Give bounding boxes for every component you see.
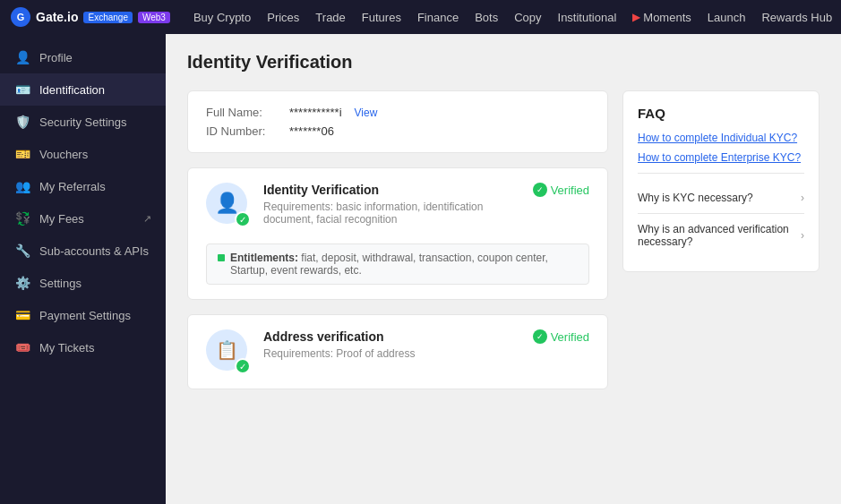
nav-copy[interactable]: Copy [514, 11, 541, 24]
sidebar-item-label: Identification [39, 83, 105, 97]
view-link[interactable]: View [355, 107, 378, 119]
logo-text: Gate.io [36, 10, 78, 24]
verified-check-icon: ✓ [533, 183, 547, 197]
identity-title: Identity Verification [263, 183, 520, 197]
right-panel: FAQ How to complete Individual KYC? How … [622, 90, 820, 272]
sidebar-item-label: My Tickets [39, 341, 94, 355]
sidebar-item-settings[interactable]: ⚙️ Settings [0, 267, 166, 299]
sidebar-item-label: Security Settings [39, 115, 127, 129]
sidebar-item-vouchers[interactable]: 🎫 Vouchers [0, 138, 166, 170]
settings-icon: ⚙️ [14, 275, 30, 291]
faq-accordion-kyc-necessary[interactable]: Why is KYC necessary? › [638, 183, 804, 214]
tickets-icon: 🎟️ [14, 339, 30, 355]
address-requirements: Requirements: Proof of address [263, 347, 520, 360]
sidebar-item-label: Sub-accounts & APIs [39, 244, 149, 258]
address-verification-card: 📋 ✓ Address verification Requirements: P… [187, 314, 608, 389]
identification-icon: 🪪 [14, 81, 30, 98]
faq-kyc-label: Why is KYC necessary? [638, 192, 753, 204]
sidebar-item-identification[interactable]: 🪪 Identification [0, 73, 166, 106]
profile-icon: 👤 [14, 49, 30, 65]
identity-verified-label: Verified [551, 184, 589, 197]
identity-verified-badge: ✓ Verified [533, 183, 589, 197]
address-avatar: 📋 ✓ [206, 329, 251, 374]
nav-buy-crypto[interactable]: Buy Crypto [193, 11, 251, 24]
id-number-row: ID Number: *******06 [206, 124, 589, 138]
faq-title: FAQ [638, 106, 804, 121]
nav-trade[interactable]: Trade [315, 11, 345, 24]
full-name-value: ***********i [289, 106, 342, 119]
faq-card: FAQ How to complete Individual KYC? How … [622, 90, 820, 272]
main-layout: 👤 Profile 🪪 Identification 🛡️ Security S… [0, 34, 841, 504]
faq-chevron-icon: › [801, 192, 804, 204]
faq-link-enterprise[interactable]: How to complete Enterprise KYC? [638, 151, 804, 164]
sidebar-item-security[interactable]: 🛡️ Security Settings [0, 106, 166, 138]
faq-accordion: Why is KYC necessary? › Why is an advanc… [638, 183, 804, 257]
subaccounts-icon: 🔧 [14, 243, 30, 259]
faq-accordion-kyc-header[interactable]: Why is KYC necessary? › [638, 192, 804, 204]
full-name-row: Full Name: ***********i View [206, 106, 589, 119]
address-check-badge: ✓ [235, 358, 251, 374]
id-number-value: *******06 [289, 124, 334, 138]
entitlements-text: Entitlements: fiat, deposit, withdrawal,… [230, 252, 578, 277]
main-content: Identity Verification Full Name: *******… [166, 34, 841, 504]
entitlements-dot [218, 254, 225, 261]
faq-link-individual[interactable]: How to complete Individual KYC? [638, 132, 804, 144]
sidebar-item-label: Vouchers [39, 148, 88, 161]
nav-institutional[interactable]: Institutional [558, 11, 617, 24]
external-link-icon: ↗ [143, 213, 151, 225]
logo[interactable]: G Gate.io Exchange Web3 [11, 7, 170, 27]
address-verified-badge: ✓ Verified [533, 329, 589, 344]
logo-icon: G [11, 7, 30, 27]
exchange-badge: Exchange [83, 12, 132, 23]
address-card-header: 📋 ✓ Address verification Requirements: P… [206, 329, 589, 374]
security-icon: 🛡️ [14, 114, 30, 130]
kyc-check-badge: ✓ [235, 211, 251, 227]
kyc-avatar: 👤 ✓ [206, 183, 251, 227]
content-grid: Full Name: ***********i View ID Number: … [187, 90, 820, 404]
sidebar-item-fees[interactable]: 💱 My Fees ↗ [0, 202, 166, 235]
faq-advanced-chevron-icon: › [801, 229, 804, 242]
moments-icon: ▶ [632, 11, 640, 23]
nav-rewards-hub[interactable]: Rewards Hub [761, 11, 832, 24]
address-info: Address verification Requirements: Proof… [263, 329, 520, 369]
nav-finance[interactable]: Finance [417, 11, 459, 24]
identity-verification-card: 👤 ✓ Identity Verification Requirements: … [187, 167, 608, 300]
nav-launch[interactable]: Launch [708, 11, 746, 24]
address-verified-check-icon: ✓ [533, 329, 547, 344]
sidebar-item-profile[interactable]: 👤 Profile [0, 41, 166, 73]
nav-moments[interactable]: ▶ Moments [632, 11, 691, 24]
sidebar-item-payment[interactable]: 💳 Payment Settings [0, 299, 166, 331]
entitlements-label: Entitlements: [230, 252, 298, 264]
identity-card-header: 👤 ✓ Identity Verification Requirements: … [206, 183, 589, 235]
vouchers-icon: 🎫 [14, 146, 30, 162]
page-title: Identity Verification [187, 52, 820, 73]
sidebar-item-label: My Referrals [39, 180, 106, 193]
user-info-card: Full Name: ***********i View ID Number: … [187, 90, 608, 153]
nav-prices[interactable]: Prices [267, 11, 299, 24]
sidebar-item-subaccounts[interactable]: 🔧 Sub-accounts & APIs [0, 235, 166, 267]
faq-divider [638, 173, 804, 174]
top-navigation: G Gate.io Exchange Web3 Buy Crypto Price… [0, 0, 841, 34]
full-name-label: Full Name: [206, 106, 282, 119]
faq-advanced-label: Why is an advanced verification necessar… [638, 223, 801, 248]
sidebar-item-label: Payment Settings [39, 309, 131, 322]
identity-requirements: Requirements: basic information, identif… [263, 201, 520, 226]
address-title: Address verification [263, 329, 520, 344]
nav-bots[interactable]: Bots [475, 11, 498, 24]
sidebar: 👤 Profile 🪪 Identification 🛡️ Security S… [0, 34, 166, 504]
fees-icon: 💱 [14, 210, 30, 226]
faq-accordion-advanced[interactable]: Why is an advanced verification necessar… [638, 214, 804, 257]
web3-badge: Web3 [138, 12, 170, 23]
referrals-icon: 👥 [14, 178, 30, 194]
address-verified-label: Verified [551, 330, 589, 344]
faq-accordion-advanced-header[interactable]: Why is an advanced verification necessar… [638, 223, 804, 248]
sidebar-item-tickets[interactable]: 🎟️ My Tickets [0, 331, 166, 363]
payment-icon: 💳 [14, 307, 30, 323]
left-panel: Full Name: ***********i View ID Number: … [187, 90, 608, 404]
nav-futures[interactable]: Futures [362, 11, 401, 24]
entitlements-box: Entitlements: fiat, deposit, withdrawal,… [206, 243, 589, 285]
sidebar-item-label: Profile [39, 51, 73, 64]
identity-info: Identity Verification Requirements: basi… [263, 183, 520, 235]
sidebar-item-referrals[interactable]: 👥 My Referrals [0, 170, 166, 202]
id-number-label: ID Number: [206, 124, 282, 138]
